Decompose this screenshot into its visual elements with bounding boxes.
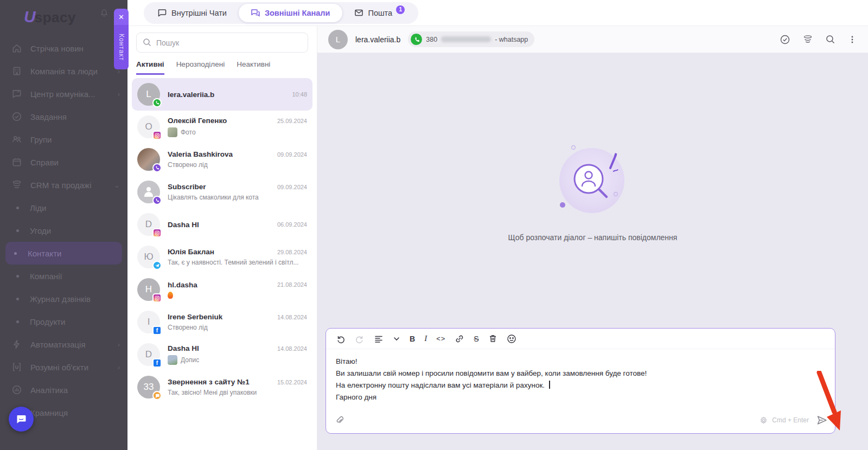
mark-done-icon[interactable] — [780, 34, 790, 45]
emoji-icon[interactable] — [507, 334, 516, 344]
chat-list-item[interactable]: Df Dasha HI 14.08.2024 Допис — [132, 338, 312, 371]
send-hint-group: Cmd + Enter — [760, 415, 827, 426]
sidebar-item-розумні-об-єкти[interactable]: Розумні об'єкти› — [0, 356, 127, 378]
contact-panel-tab: ✕ Контакт — [114, 9, 129, 69]
message-time: 09.09.2024 — [277, 151, 307, 158]
tab-external-channels[interactable]: Зовнішні Канали — [239, 4, 342, 22]
sidebar-item-завдання[interactable]: Завдання — [0, 105, 127, 128]
contact-name: hl.dasha — [168, 281, 197, 289]
message-time: 14.08.2024 — [277, 314, 307, 320]
sidebar-item-групи[interactable]: Групи — [0, 128, 127, 151]
sidebar-item-label: Крамниця — [30, 408, 120, 417]
message-time: 21.08.2024 — [277, 281, 307, 288]
message-line: На електронну пошту надіслали вам усі ма… — [336, 380, 825, 391]
sidebar-item-label: Компанія та люди — [30, 67, 114, 76]
gear-icon[interactable] — [760, 416, 768, 425]
sidebar-item-ліди[interactable]: Ліди — [0, 196, 127, 219]
search-input[interactable] — [136, 33, 308, 53]
tab-mail[interactable]: Пошта 1 — [342, 4, 417, 22]
sidebar-item-центр-комуніка-[interactable]: Центр комуніка...› — [0, 82, 127, 105]
sidebar-item-компанії[interactable]: Компанії — [0, 265, 127, 287]
notifications-bell-icon[interactable] — [99, 8, 109, 20]
sidebar-item-аналітика[interactable]: Аналітика — [0, 378, 127, 401]
contact-name: Dasha HI — [168, 344, 199, 352]
sidebar-item-журнал-дзвінків[interactable]: Журнал дзвінків — [0, 287, 127, 310]
code-button[interactable]: <> — [436, 335, 445, 343]
message-time: 06.09.2024 — [277, 221, 307, 228]
composer-bottom-row: Cmd + Enter — [326, 412, 835, 433]
chat-list-item[interactable]: D Dasha HI 06.09.2024 — [132, 208, 312, 241]
send-button[interactable] — [816, 415, 827, 426]
support-chat-button[interactable] — [9, 407, 34, 432]
bold-button[interactable]: B — [410, 335, 415, 343]
trash-icon[interactable] — [488, 334, 497, 343]
avatar: L — [328, 30, 348, 49]
avatar — [137, 148, 160, 171]
message-time: 14.08.2024 — [277, 345, 307, 352]
chat-list-item[interactable]: L lera.valeriia.b 10:48 — [132, 78, 312, 111]
search-wrap — [136, 33, 308, 53]
sidebar-item-угоди[interactable]: Угоди — [0, 219, 127, 242]
filter-tab-unassigned[interactable]: Нерозподілені — [176, 60, 225, 75]
sidebar-item-crm-та-продажі[interactable]: CRM та продажі⌄ — [0, 173, 127, 196]
sidebar-item-продукти[interactable]: Продукти — [0, 310, 127, 333]
close-icon[interactable]: ✕ — [114, 9, 129, 25]
chat-list-item[interactable]: H hl.dasha 21.08.2024 — [132, 273, 312, 306]
sidebar-item-компанія-та-люди[interactable]: Компанія та люди› — [0, 60, 127, 82]
message-time: 25.09.2024 — [277, 118, 307, 124]
contact-name: lera.valeriia.b — [168, 91, 214, 99]
instagram-channel-badge — [152, 293, 162, 303]
chat-list-item[interactable]: Valeria Bashkirova 09.09.2024 Створено л… — [132, 143, 312, 176]
redo-icon[interactable] — [355, 334, 365, 344]
message-preview: Створено лід — [168, 161, 208, 169]
channel-pill[interactable]: 380 - whatsapp — [408, 31, 534, 47]
empty-dialog-illustration — [550, 140, 636, 221]
align-icon[interactable] — [374, 334, 384, 344]
tab-internal-chats[interactable]: Внутрішні Чати — [145, 4, 239, 22]
attach-file-icon[interactable] — [335, 415, 344, 425]
contact-tab-body[interactable]: Контакт — [114, 25, 129, 69]
chat-list-item[interactable]: 33 Звернення з сайту №1 15.02.2024 Так, … — [132, 371, 312, 403]
chat-bubble-icon — [157, 8, 167, 17]
sidebar-item-контакти[interactable]: Контакти — [5, 242, 122, 265]
channel-tabs-group: Внутрішні Чати Зовнішні Канали Пошта 1 — [144, 2, 418, 24]
message-preview: Так, є у наявності. Темний зелений і сві… — [168, 259, 298, 266]
chat-list-item[interactable]: If Irene Serbeniuk 14.08.2024 Створено л… — [132, 306, 312, 338]
chevron-icon: › — [118, 363, 120, 371]
sidebar-item-автоматизація[interactable]: Автоматизація› — [0, 333, 127, 356]
sidebar-item-label: Ліди — [30, 203, 120, 213]
analytics-icon — [11, 384, 23, 396]
calendar-icon — [11, 156, 23, 168]
strikethrough-button[interactable]: S — [474, 335, 478, 343]
building-icon — [11, 65, 23, 77]
whatsapp-channel-badge — [152, 98, 162, 107]
crm-funnel-icon[interactable] — [802, 34, 813, 45]
message-line: Вітаю! — [336, 356, 825, 368]
kebab-menu-icon[interactable] — [847, 35, 857, 44]
channels-icon — [251, 8, 260, 17]
chat-list-item[interactable]: Ю Юлія Баклан 29.08.2024 Так, є у наявно… — [132, 241, 312, 273]
message-input[interactable]: Вітаю! Ви залишали свій номер і просили … — [326, 349, 835, 412]
chat-list-item[interactable]: Subscriber 09.09.2024 Цікавлять смаколик… — [132, 176, 312, 208]
undo-icon[interactable] — [336, 334, 346, 344]
empty-state-text: Щоб розпочати діалог – напишіть повідомл… — [508, 233, 678, 242]
contact-name: Юлія Баклан — [168, 248, 214, 256]
italic-button[interactable]: I — [424, 334, 427, 343]
sidebar-item-справи[interactable]: Справи — [0, 151, 127, 173]
sidebar-item-label: Центр комуніка... — [30, 89, 114, 99]
avatar: L — [137, 83, 160, 106]
main-column: Внутрішні Чати Зовнішні Канали Пошта 1 — [127, 0, 868, 450]
filter-tab-inactive[interactable]: Неактивні — [237, 60, 270, 75]
search-in-chat-icon[interactable] — [825, 34, 835, 44]
message-preview: Фото — [181, 128, 196, 136]
bullet-icon — [16, 275, 19, 278]
chevron-down-icon[interactable] — [393, 335, 400, 343]
message-preview: Створено лід — [168, 324, 208, 331]
chat-header-actions — [780, 34, 857, 45]
link-icon[interactable] — [455, 334, 464, 344]
chat-list-item[interactable]: O Олексій Гепенко 25.09.2024 Фото — [132, 111, 312, 143]
message-composer[interactable]: B I <> S — [326, 328, 835, 434]
sidebar-item-стрічка-новин[interactable]: Стрічка новин — [0, 37, 127, 60]
telegram-channel-badge — [152, 261, 162, 270]
filter-tab-active[interactable]: Активні — [136, 60, 164, 75]
